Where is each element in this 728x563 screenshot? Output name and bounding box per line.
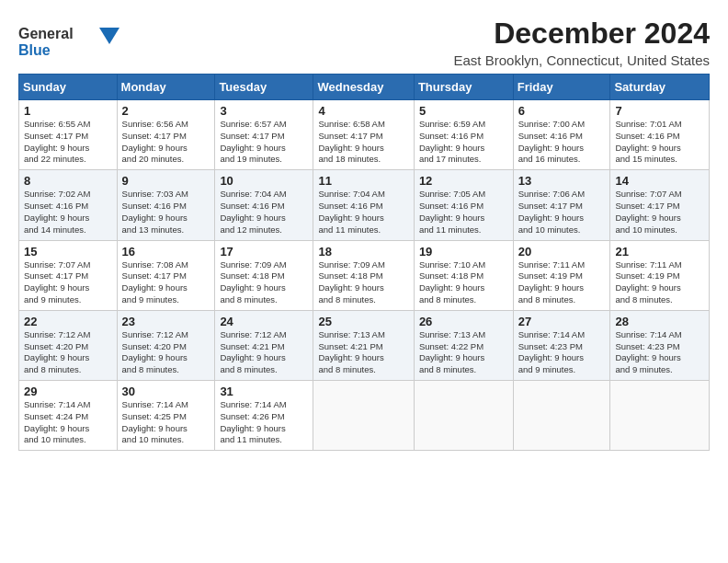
day-info: Sunrise: 6:59 AM Sunset: 4:16 PM Dayligh… bbox=[419, 119, 508, 166]
calendar-cell: 14Sunrise: 7:07 AM Sunset: 4:17 PM Dayli… bbox=[610, 170, 710, 240]
day-number: 14 bbox=[615, 174, 704, 188]
day-info: Sunrise: 7:11 AM Sunset: 4:19 PM Dayligh… bbox=[518, 259, 606, 306]
calendar-cell: 25Sunrise: 7:13 AM Sunset: 4:21 PM Dayli… bbox=[313, 310, 414, 380]
day-info: Sunrise: 7:12 AM Sunset: 4:20 PM Dayligh… bbox=[24, 329, 112, 376]
day-info: Sunrise: 7:13 AM Sunset: 4:22 PM Dayligh… bbox=[419, 329, 508, 376]
day-number: 16 bbox=[122, 245, 210, 259]
calendar-cell bbox=[513, 381, 610, 451]
weekday-header-friday: Friday bbox=[513, 75, 610, 100]
calendar-cell: 31Sunrise: 7:14 AM Sunset: 4:26 PM Dayli… bbox=[215, 381, 313, 451]
day-info: Sunrise: 7:14 AM Sunset: 4:26 PM Dayligh… bbox=[220, 399, 308, 446]
weekday-header-thursday: Thursday bbox=[414, 75, 513, 100]
calendar-week-4: 22Sunrise: 7:12 AM Sunset: 4:20 PM Dayli… bbox=[19, 310, 710, 380]
day-number: 12 bbox=[419, 174, 508, 188]
svg-text:General: General bbox=[18, 26, 74, 41]
day-info: Sunrise: 7:14 AM Sunset: 4:23 PM Dayligh… bbox=[615, 329, 704, 376]
weekday-header-tuesday: Tuesday bbox=[215, 75, 313, 100]
day-number: 30 bbox=[122, 385, 210, 398]
day-info: Sunrise: 6:56 AM Sunset: 4:17 PM Dayligh… bbox=[122, 119, 210, 166]
logo-text: General Blue bbox=[18, 20, 119, 66]
day-number: 4 bbox=[318, 104, 408, 118]
day-number: 10 bbox=[220, 174, 308, 188]
day-number: 2 bbox=[122, 104, 210, 118]
calendar-cell: 28Sunrise: 7:14 AM Sunset: 4:23 PM Dayli… bbox=[610, 310, 710, 380]
day-info: Sunrise: 7:11 AM Sunset: 4:19 PM Dayligh… bbox=[615, 259, 704, 306]
day-info: Sunrise: 7:14 AM Sunset: 4:23 PM Dayligh… bbox=[518, 329, 606, 376]
calendar-cell: 7Sunrise: 7:01 AM Sunset: 4:16 PM Daylig… bbox=[610, 100, 710, 170]
day-info: Sunrise: 7:02 AM Sunset: 4:16 PM Dayligh… bbox=[24, 189, 112, 236]
day-info: Sunrise: 6:55 AM Sunset: 4:17 PM Dayligh… bbox=[24, 119, 112, 166]
subtitle: East Brooklyn, Connecticut, United State… bbox=[454, 52, 710, 68]
weekday-header-wednesday: Wednesday bbox=[313, 75, 414, 100]
calendar-cell: 4Sunrise: 6:58 AM Sunset: 4:17 PM Daylig… bbox=[313, 100, 414, 170]
calendar-week-5: 29Sunrise: 7:14 AM Sunset: 4:24 PM Dayli… bbox=[19, 381, 710, 451]
day-number: 21 bbox=[615, 245, 704, 259]
day-info: Sunrise: 7:07 AM Sunset: 4:17 PM Dayligh… bbox=[24, 259, 112, 306]
day-number: 17 bbox=[220, 245, 308, 259]
page: General Blue December 2024 East Brooklyn… bbox=[0, 0, 728, 460]
day-number: 22 bbox=[24, 315, 112, 328]
svg-text:Blue: Blue bbox=[18, 42, 51, 58]
day-number: 11 bbox=[318, 174, 408, 188]
day-number: 9 bbox=[122, 174, 210, 188]
title-block: December 2024 East Brooklyn, Connecticut… bbox=[454, 17, 710, 68]
day-info: Sunrise: 7:13 AM Sunset: 4:21 PM Dayligh… bbox=[318, 329, 408, 376]
day-number: 29 bbox=[24, 385, 112, 398]
day-number: 25 bbox=[318, 315, 408, 328]
day-info: Sunrise: 7:01 AM Sunset: 4:16 PM Dayligh… bbox=[615, 119, 704, 166]
day-info: Sunrise: 7:03 AM Sunset: 4:16 PM Dayligh… bbox=[122, 189, 210, 236]
day-info: Sunrise: 7:12 AM Sunset: 4:21 PM Dayligh… bbox=[220, 329, 308, 376]
svg-marker-2 bbox=[99, 28, 119, 44]
day-number: 6 bbox=[518, 104, 606, 118]
day-number: 19 bbox=[419, 245, 508, 259]
day-info: Sunrise: 7:14 AM Sunset: 4:24 PM Dayligh… bbox=[24, 399, 112, 446]
calendar-cell: 5Sunrise: 6:59 AM Sunset: 4:16 PM Daylig… bbox=[414, 100, 513, 170]
day-number: 31 bbox=[220, 385, 308, 398]
calendar-cell bbox=[414, 381, 513, 451]
calendar-cell: 9Sunrise: 7:03 AM Sunset: 4:16 PM Daylig… bbox=[117, 170, 215, 240]
day-info: Sunrise: 7:04 AM Sunset: 4:16 PM Dayligh… bbox=[220, 189, 308, 236]
day-number: 24 bbox=[220, 315, 308, 328]
calendar-cell: 19Sunrise: 7:10 AM Sunset: 4:18 PM Dayli… bbox=[414, 240, 513, 310]
calendar-cell: 20Sunrise: 7:11 AM Sunset: 4:19 PM Dayli… bbox=[513, 240, 610, 310]
calendar-header-row: SundayMondayTuesdayWednesdayThursdayFrid… bbox=[19, 75, 710, 100]
weekday-header-sunday: Sunday bbox=[19, 75, 118, 100]
weekday-header-monday: Monday bbox=[117, 75, 215, 100]
calendar-week-3: 15Sunrise: 7:07 AM Sunset: 4:17 PM Dayli… bbox=[19, 240, 710, 310]
day-number: 1 bbox=[24, 104, 112, 118]
calendar-cell: 24Sunrise: 7:12 AM Sunset: 4:21 PM Dayli… bbox=[215, 310, 313, 380]
day-number: 27 bbox=[518, 315, 606, 328]
day-info: Sunrise: 7:08 AM Sunset: 4:17 PM Dayligh… bbox=[122, 259, 210, 306]
calendar-cell: 13Sunrise: 7:06 AM Sunset: 4:17 PM Dayli… bbox=[513, 170, 610, 240]
calendar-cell: 16Sunrise: 7:08 AM Sunset: 4:17 PM Dayli… bbox=[117, 240, 215, 310]
calendar-cell: 6Sunrise: 7:00 AM Sunset: 4:16 PM Daylig… bbox=[513, 100, 610, 170]
day-number: 23 bbox=[122, 315, 210, 328]
calendar-cell: 23Sunrise: 7:12 AM Sunset: 4:20 PM Dayli… bbox=[117, 310, 215, 380]
calendar-week-1: 1Sunrise: 6:55 AM Sunset: 4:17 PM Daylig… bbox=[19, 100, 710, 170]
calendar-cell: 22Sunrise: 7:12 AM Sunset: 4:20 PM Dayli… bbox=[19, 310, 118, 380]
calendar-cell: 26Sunrise: 7:13 AM Sunset: 4:22 PM Dayli… bbox=[414, 310, 513, 380]
calendar-cell: 27Sunrise: 7:14 AM Sunset: 4:23 PM Dayli… bbox=[513, 310, 610, 380]
day-number: 8 bbox=[24, 174, 112, 188]
day-number: 20 bbox=[518, 245, 606, 259]
day-info: Sunrise: 7:10 AM Sunset: 4:18 PM Dayligh… bbox=[419, 259, 508, 306]
day-info: Sunrise: 7:09 AM Sunset: 4:18 PM Dayligh… bbox=[220, 259, 308, 306]
day-number: 13 bbox=[518, 174, 606, 188]
day-number: 3 bbox=[220, 104, 308, 118]
day-number: 18 bbox=[318, 245, 408, 259]
calendar-cell: 21Sunrise: 7:11 AM Sunset: 4:19 PM Dayli… bbox=[610, 240, 710, 310]
day-info: Sunrise: 7:04 AM Sunset: 4:16 PM Dayligh… bbox=[318, 189, 408, 236]
calendar-week-2: 8Sunrise: 7:02 AM Sunset: 4:16 PM Daylig… bbox=[19, 170, 710, 240]
calendar-cell: 29Sunrise: 7:14 AM Sunset: 4:24 PM Dayli… bbox=[19, 381, 118, 451]
day-info: Sunrise: 6:57 AM Sunset: 4:17 PM Dayligh… bbox=[220, 119, 308, 166]
day-info: Sunrise: 7:09 AM Sunset: 4:18 PM Dayligh… bbox=[318, 259, 408, 306]
calendar-cell: 2Sunrise: 6:56 AM Sunset: 4:17 PM Daylig… bbox=[117, 100, 215, 170]
calendar-cell bbox=[313, 381, 414, 451]
day-info: Sunrise: 7:14 AM Sunset: 4:25 PM Dayligh… bbox=[122, 399, 210, 446]
calendar-table: SundayMondayTuesdayWednesdayThursdayFrid… bbox=[18, 74, 710, 451]
day-info: Sunrise: 7:06 AM Sunset: 4:17 PM Dayligh… bbox=[518, 189, 606, 236]
day-number: 5 bbox=[419, 104, 508, 118]
calendar-cell: 8Sunrise: 7:02 AM Sunset: 4:16 PM Daylig… bbox=[19, 170, 118, 240]
day-info: Sunrise: 7:05 AM Sunset: 4:16 PM Dayligh… bbox=[419, 189, 508, 236]
header-row: General Blue December 2024 East Brooklyn… bbox=[18, 17, 710, 68]
